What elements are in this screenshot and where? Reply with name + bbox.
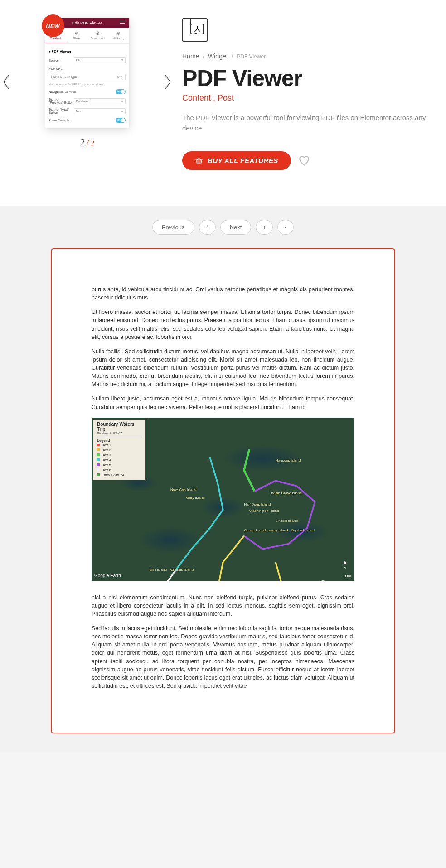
pdf-paragraph: Sed iaculis in lacus eget tincidunt. Sed…	[92, 624, 354, 690]
next-btn-label: Text for "Next" Button	[49, 108, 74, 114]
map-scale: 3 mi	[344, 574, 351, 578]
pdf-next-button[interactable]: Next	[220, 220, 252, 235]
map-island-label: Gary Island	[186, 496, 205, 500]
basket-icon	[195, 157, 203, 164]
pdf-map-image: Boundary Waters Trip Six days in BWCA Le…	[92, 418, 354, 581]
map-legend-item: Entry Point 24	[97, 473, 142, 477]
new-badge: NEW	[42, 14, 64, 37]
map-legend-item: Day 6	[97, 468, 142, 473]
source-select: URL ▾	[74, 57, 126, 63]
pdf-nav-controls: Previous 4 Next + -	[0, 220, 446, 235]
map-island-label: Canoe Island	[244, 528, 265, 532]
page-title: PDF Viewer	[182, 65, 427, 92]
map-compass: ▲N	[342, 559, 348, 570]
map-island-label: Washington Island	[249, 509, 279, 513]
panel-section-title: PDF Viewer	[49, 48, 126, 55]
pdf-zoom-in-button[interactable]: +	[256, 220, 273, 235]
panel-menu-icon	[120, 21, 125, 25]
page-tags: Content , Post	[182, 93, 427, 103]
buy-all-features-button[interactable]: BUY ALL FEATURES	[182, 151, 291, 170]
map-island-label: Squirrel Island	[291, 528, 315, 532]
map-legend-item: Day 2	[97, 448, 142, 453]
gallery-pagination: 2 / 2	[19, 137, 155, 148]
pdf-paragraph: Ut libero massa, auctor et tortor ut, la…	[92, 308, 354, 341]
prev-btn-select: Previous ≡	[74, 98, 126, 104]
source-label: Source	[49, 59, 74, 62]
map-legend-item: Day 4	[97, 458, 142, 463]
map-island-label: Half Dogs Island	[244, 502, 271, 506]
gallery-next-arrow[interactable]	[162, 73, 173, 93]
pdf-viewer-icon: 人	[182, 18, 208, 42]
map-island-label: Lincoln Island	[276, 519, 298, 523]
elementor-panel-preview: NEW Edit PDF Viewer ◐Content ❋Style ⚙Adv…	[45, 18, 129, 128]
map-legend-item: Day 5	[97, 463, 142, 468]
map-legend: Boundary Waters Trip Six days in BWCA Le…	[93, 420, 145, 480]
map-island-label: Norway Island	[265, 528, 288, 532]
zoom-controls-toggle: Yes	[116, 118, 126, 123]
breadcrumb-home[interactable]: Home	[182, 53, 199, 60]
pdf-paragraph: Nullam libero justo, accumsan eget est a…	[92, 395, 354, 411]
pdf-paragraph: nisl a nisl elementum condimentum. Nunc …	[92, 593, 354, 618]
nav-controls-toggle: Yes	[116, 89, 126, 94]
pdf-paragraph: Nulla facilisi. Sed sollicitudin dictum …	[92, 347, 354, 389]
panel-tab-style: ❋Style	[66, 28, 87, 43]
next-btn-select: Next ≡	[74, 108, 126, 114]
map-attribution: Google Earth	[94, 573, 121, 578]
pdf-url-input: Paste URL or type⚙ ↗	[49, 74, 126, 80]
map-island-label: New York Island	[170, 487, 196, 492]
panel-tab-advanced: ⚙Advanced	[87, 28, 108, 43]
pdf-url-label: PDF URL	[49, 67, 74, 70]
buy-button-label: BUY ALL FEATURES	[208, 157, 278, 164]
panel-header-title: Edit PDF Viewer	[72, 21, 102, 25]
wishlist-button[interactable]	[298, 155, 310, 167]
map-legend-item: Day 1	[97, 443, 142, 448]
svg-rect-0	[197, 160, 201, 163]
pdf-prev-button[interactable]: Previous	[152, 220, 194, 235]
nav-controls-label: Navigation Controls	[49, 90, 116, 93]
gallery-prev-arrow[interactable]	[1, 73, 12, 93]
panel-tab-visibility: ◉Visibility	[108, 28, 129, 43]
breadcrumb: Home / Widget / PDF Viewer	[182, 53, 427, 60]
map-island-label: Hausons Island	[276, 458, 301, 463]
zoom-controls-label: Zoom Controls	[49, 119, 116, 122]
breadcrumb-current: PDF Viewer	[237, 53, 266, 60]
pdf-zoom-out-button[interactable]: -	[277, 220, 294, 235]
breadcrumb-widget[interactable]: Widget	[208, 53, 228, 60]
map-island-label: Mini Island	[150, 568, 167, 572]
map-island-label: Indian Grave Island	[270, 491, 301, 495]
map-legend-item: Day 3	[97, 453, 142, 458]
pdf-paragraph: purus ante, id vehicula arcu tincidunt a…	[92, 285, 354, 302]
pdf-page-number[interactable]: 4	[199, 220, 216, 235]
heart-icon	[298, 155, 310, 167]
pdf-document-frame: purus ante, id vehicula arcu tincidunt a…	[51, 248, 395, 733]
image-gallery: NEW Edit PDF Viewer ◐Content ❋Style ⚙Adv…	[19, 18, 155, 148]
map-island-label: Charles Island	[170, 568, 194, 572]
prev-btn-label: Text for "Previous" Button	[49, 98, 74, 104]
pdf-url-hint: You can only enter URL from your own dom…	[49, 82, 126, 87]
page-description: The PDF Viewer is a powerful tool for vi…	[182, 113, 427, 133]
